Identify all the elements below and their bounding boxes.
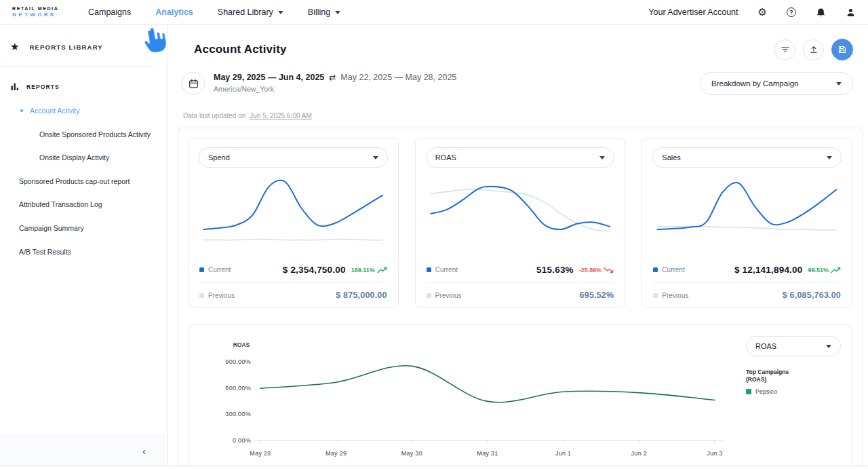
nav-analytics[interactable]: Analytics (155, 7, 193, 17)
date-range-text[interactable]: May 29, 2025 — Jun 4, 2025 ⇄ May 22, 202… (214, 72, 456, 93)
previous-swatch-icon (427, 293, 431, 298)
previous-label: Previous (208, 292, 235, 299)
advertiser-account-name[interactable]: Your Advertiser Account (648, 7, 738, 17)
chevron-down-icon (373, 156, 378, 160)
current-value-group: $ 12,141,894.00 99.51% (734, 265, 841, 275)
current-label: Current (662, 266, 684, 274)
svg-text:May 29: May 29 (326, 450, 347, 457)
sidebar-item-sponsored-products-cap-out-report[interactable]: Sponsored Products cap-out report (0, 170, 167, 193)
current-stat-row: Current 515.63% -25.86% (426, 257, 615, 282)
nav-shared-library[interactable]: Shared Library (218, 7, 283, 17)
export-button[interactable] (803, 39, 824, 60)
svg-text:May 28: May 28 (250, 450, 271, 457)
current-value: $ 2,354,750.00 (283, 265, 346, 275)
legend-swatch-icon (746, 389, 751, 394)
metric-cards-row: Spend Current $ 2,354,750.00 169.11% (188, 138, 852, 308)
sidebar-item-label: A/B Test Results (19, 248, 71, 256)
sidebar-item-attributed-transaction-log[interactable]: Attributed Transaction Log (0, 193, 167, 217)
svg-text:0.00%: 0.00% (233, 437, 251, 444)
trend-right-panel: ROAS Top Campaigns (ROAS) Pepsico (738, 335, 841, 469)
trend-metric-select[interactable]: ROAS (746, 336, 841, 356)
current-label: Current (208, 266, 231, 274)
main-content: Account Activity (168, 25, 868, 469)
save-button[interactable] (831, 39, 853, 60)
breakdown-select-value: Breakdown by Campaign (711, 79, 799, 88)
trend-down-icon (604, 267, 614, 274)
compare-arrows-icon: ⇄ (329, 73, 336, 82)
sidebar-item-label: Onsite Display Activity (39, 153, 109, 162)
chevron-down-icon (599, 156, 605, 160)
last-updated-prefix: Data last updated on (183, 112, 245, 119)
current-swatch-icon (427, 267, 431, 272)
chevron-down-icon (335, 11, 340, 14)
reports-section-label: REPORTS (26, 83, 60, 90)
metric-select-roas[interactable]: ROAS (426, 147, 615, 168)
current-stat-row: Current $ 12,141,894.00 99.51% (652, 257, 842, 282)
sidebar-item-onsite-sponsored-products-activity[interactable]: Onsite Sponsored Products Activity (0, 123, 167, 147)
chevron-down-icon (836, 82, 842, 86)
notifications-bell-icon[interactable] (816, 7, 826, 18)
sidebar-item-account-activity[interactable]: Account Activity (0, 99, 167, 123)
reports-library-label: REPORTS LIBRARY (29, 43, 102, 51)
metric-select-value: Sales (662, 153, 681, 162)
current-legend: Current (427, 266, 458, 274)
breakdown-select[interactable]: Breakdown by Campaign (700, 72, 853, 95)
help-icon[interactable]: ? (787, 7, 796, 17)
charts-section: Spend Current $ 2,354,750.00 169.11% (178, 128, 863, 469)
current-value-group: $ 2,354,750.00 169.11% (283, 265, 387, 275)
chevron-down-icon (826, 345, 831, 348)
reports-library-header[interactable]: ★ REPORTS LIBRARY (0, 25, 167, 66)
svg-text:900.00%: 900.00% (225, 358, 251, 365)
sales-sparkline-chart (652, 172, 842, 257)
last-updated-link[interactable]: Jun 5, 2025 6:00 AM (250, 112, 312, 119)
metric-card-sales: Sales Current $ 12,141,894.00 99.51% (642, 138, 852, 308)
previous-value: $ 6,085,763.00 (783, 290, 841, 300)
delta-badge: -25.86% (579, 267, 614, 274)
delta-value: 99.51% (808, 267, 829, 274)
sidebar: ★ REPORTS LIBRARY REPORTS Account Activi… (0, 25, 168, 466)
sidebar-item-onsite-display-activity[interactable]: Onsite Display Activity (0, 146, 167, 170)
date-row: May 29, 2025 — Jun 4, 2025 ⇄ May 22, 202… (168, 60, 868, 95)
date-range-current: May 29, 2025 — Jun 4, 2025 (214, 73, 324, 82)
metric-select-sales[interactable]: Sales (652, 147, 842, 168)
save-floppy-icon (837, 45, 847, 54)
previous-value: $ 875,000.00 (336, 290, 387, 300)
roas-sparkline-chart (426, 172, 615, 257)
settings-gear-icon[interactable]: ⚙ (758, 7, 767, 18)
sidebar-item-campaign-summary[interactable]: Campaign Summary (0, 217, 167, 240)
svg-text:600.00%: 600.00% (225, 385, 251, 392)
trend-legend: Top Campaigns (ROAS) Pepsico (738, 369, 841, 395)
page-bottom-edge (0, 466, 868, 469)
main-nav: Campaigns Analytics Shared Library Billi… (88, 7, 340, 17)
nav-campaigns[interactable]: Campaigns (88, 7, 131, 17)
svg-text:Jun 2: Jun 2 (631, 450, 648, 457)
filter-button[interactable] (774, 39, 795, 60)
svg-text:300.00%: 300.00% (225, 411, 251, 417)
metric-select-value: ROAS (435, 153, 456, 162)
previous-stat-row: Previous $ 6,085,763.00 (652, 283, 842, 307)
trend-up-icon (831, 267, 841, 274)
star-icon: ★ (10, 42, 19, 52)
current-legend: Current (653, 266, 684, 274)
sidebar-item-label: Attributed Transaction Log (19, 200, 102, 208)
metric-select-spend[interactable]: Spend (199, 147, 388, 168)
sidebar-footer: ‹ (0, 436, 167, 466)
current-value: 515.63% (536, 265, 574, 275)
metric-select-value: Spend (208, 153, 230, 162)
page-title: Account Activity (194, 43, 287, 56)
previous-swatch-icon (653, 293, 658, 298)
nav-billing[interactable]: Billing (308, 7, 340, 17)
previous-stat-row: Previous $ 875,000.00 (199, 283, 388, 307)
sidebar-item-ab-test-results[interactable]: A/B Test Results (0, 240, 167, 264)
account-person-icon[interactable] (846, 7, 856, 18)
upload-icon (809, 45, 818, 54)
legend-item-pepsico[interactable]: Pepsico (746, 388, 841, 395)
active-bullet-icon (20, 109, 23, 112)
svg-text:ROAS: ROAS (233, 341, 250, 348)
current-legend: Current (199, 266, 231, 274)
collapse-sidebar-button[interactable]: ‹ (142, 446, 146, 456)
date-picker-button[interactable] (182, 72, 205, 95)
timezone-label: America/New_York (214, 85, 456, 93)
previous-legend: Previous (653, 292, 688, 299)
logo[interactable]: RETAIL MEDIA NETWORK (12, 6, 72, 18)
